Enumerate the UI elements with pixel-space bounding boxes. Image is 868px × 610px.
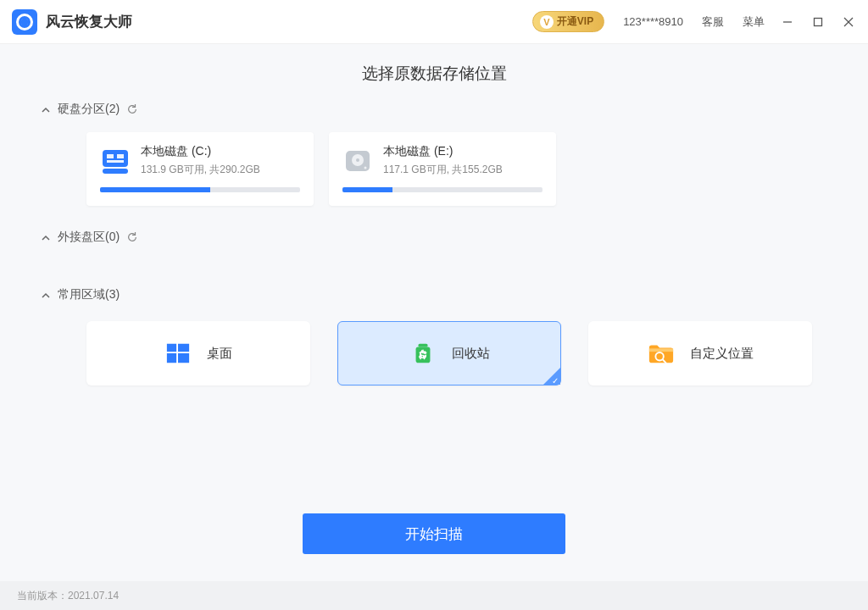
svg-rect-16 <box>178 353 189 363</box>
page-title: 选择原数据存储位置 <box>0 63 868 85</box>
svg-rect-15 <box>167 353 176 363</box>
chevron-up-icon <box>41 232 51 242</box>
open-vip-button[interactable]: V 开通VIP <box>532 11 604 32</box>
svg-rect-6 <box>117 154 124 158</box>
svg-rect-19 <box>648 348 672 352</box>
disk-list: 本地磁盘 (C:) 131.9 GB可用, 共290.2GB <box>41 132 827 206</box>
disk-usage-bar <box>100 187 300 192</box>
common-card-desktop[interactable]: 桌面 <box>86 321 310 385</box>
svg-rect-18 <box>418 344 427 347</box>
common-card-recyclebin[interactable]: 回收站 <box>337 321 561 385</box>
svg-rect-4 <box>103 150 128 167</box>
section-disk-partitions: 硬盘分区(2) 本地磁盘 (C:) 131.9 G <box>0 102 868 206</box>
recycle-bin-icon <box>409 340 437 367</box>
refresh-icon[interactable] <box>126 103 138 115</box>
vip-label: 开通VIP <box>557 14 593 29</box>
svg-rect-13 <box>167 344 176 352</box>
common-label: 自定义位置 <box>690 346 754 362</box>
disk-usage-fill <box>342 187 392 192</box>
windows-icon <box>164 340 192 367</box>
chevron-up-icon <box>41 104 51 114</box>
section-external-disks: 外接盘区(0) <box>0 230 868 245</box>
app-logo <box>12 9 37 35</box>
internal-disk-icon <box>100 146 131 176</box>
titlebar: 风云恢复大师 V 开通VIP 123****8910 客服 菜单 <box>0 0 868 44</box>
disk-card-c[interactable]: 本地磁盘 (C:) 131.9 GB可用, 共290.2GB <box>86 132 314 206</box>
disk-name: 本地磁盘 (C:) <box>141 144 260 159</box>
footer: 当前版本： 2021.07.14 <box>0 581 868 610</box>
vip-badge-icon: V <box>540 15 554 29</box>
folder-search-icon <box>648 340 675 367</box>
support-link[interactable]: 客服 <box>702 14 724 30</box>
disk-usage-fill <box>100 187 210 192</box>
section-title-disks: 硬盘分区(2) <box>58 102 120 117</box>
disk-sub: 131.9 GB可用, 共290.2GB <box>141 163 260 177</box>
refresh-icon[interactable] <box>126 231 138 243</box>
svg-rect-1 <box>815 18 822 25</box>
svg-rect-5 <box>107 154 114 158</box>
svg-point-11 <box>356 158 359 162</box>
external-disk-icon <box>342 146 373 176</box>
section-common-areas: 常用区域(3) 桌面 <box>0 287 868 385</box>
menu-link[interactable]: 菜单 <box>743 14 765 30</box>
app-title: 风云恢复大师 <box>46 12 132 31</box>
disk-card-e[interactable]: 本地磁盘 (E:) 117.1 GB可用, 共155.2GB <box>329 132 556 206</box>
svg-rect-14 <box>178 344 189 352</box>
disk-sub: 117.1 GB可用, 共155.2GB <box>383 163 503 177</box>
disk-name: 本地磁盘 (E:) <box>383 144 503 159</box>
version-value: 2021.07.14 <box>68 590 119 602</box>
maximize-icon[interactable] <box>810 14 826 30</box>
chevron-up-icon <box>41 290 51 300</box>
common-label: 回收站 <box>452 346 490 362</box>
section-header-disks[interactable]: 硬盘分区(2) <box>41 102 827 117</box>
common-label: 桌面 <box>207 346 232 362</box>
scan-button-wrap: 开始扫描 <box>0 513 868 554</box>
common-areas-list: 桌面 <box>41 321 827 385</box>
section-title-common: 常用区域(3) <box>58 287 120 302</box>
close-icon[interactable] <box>841 14 856 30</box>
minimize-icon[interactable] <box>780 14 795 30</box>
version-label: 当前版本： <box>17 589 68 603</box>
account-label[interactable]: 123****8910 <box>623 15 683 28</box>
section-header-common[interactable]: 常用区域(3) <box>41 287 827 302</box>
svg-rect-7 <box>107 160 124 163</box>
common-card-custom[interactable]: 自定义位置 <box>588 321 812 385</box>
svg-point-12 <box>364 167 367 169</box>
disk-usage-bar <box>342 187 542 192</box>
svg-rect-8 <box>103 169 128 174</box>
section-header-external[interactable]: 外接盘区(0) <box>41 230 827 245</box>
start-scan-button[interactable]: 开始扫描 <box>303 513 565 554</box>
section-title-external: 外接盘区(0) <box>58 230 120 245</box>
